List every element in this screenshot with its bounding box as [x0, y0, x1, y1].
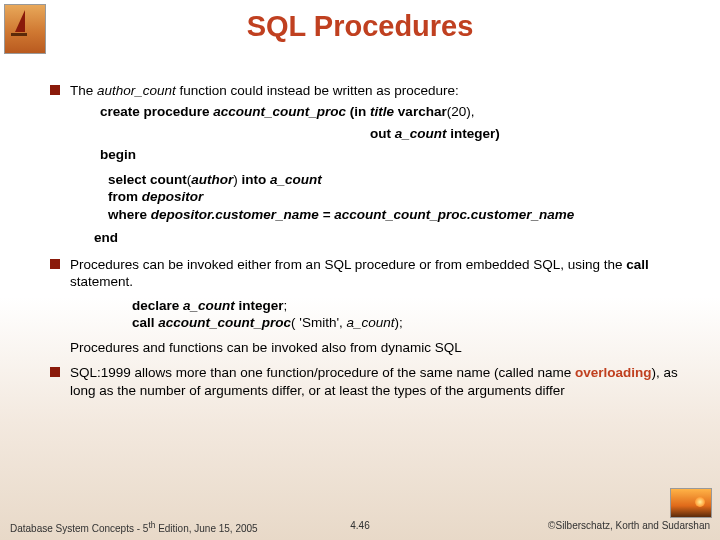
- b2-declare-line: declare a_count integer;: [132, 297, 700, 314]
- kw-call: call: [132, 315, 158, 330]
- rparen: ): [233, 172, 241, 187]
- kw-into: into: [242, 172, 271, 187]
- call-args-close: );: [395, 315, 403, 330]
- param-title: title: [370, 104, 398, 119]
- b2-call-line: call account_count_proc( 'Smith', a_coun…: [132, 314, 700, 331]
- b1-intro-post: function could instead be written as pro…: [176, 83, 459, 98]
- b1-from-line: from depositor: [108, 188, 700, 205]
- slide-title: SQL Procedures: [0, 0, 720, 43]
- kw-call-inline: call: [626, 257, 649, 272]
- b1-where-line: where depositor.customer_name = account_…: [108, 206, 700, 223]
- kw-integer2: integer: [239, 298, 284, 313]
- paren-20: (20),: [447, 104, 475, 119]
- where-expr: depositor.customer_name = account_count_…: [151, 207, 575, 222]
- kw-declare: declare: [132, 298, 183, 313]
- call-arg-var: a_count: [346, 315, 394, 330]
- logo-sunset: [670, 488, 712, 518]
- bullet-1: The author_count function could instead …: [50, 82, 700, 246]
- call-proc-name: account_count_proc: [158, 315, 291, 330]
- b1-func-name: author_count: [97, 83, 176, 98]
- footer-right: ©Silberschatz, Korth and Sudarshan: [548, 520, 710, 534]
- b2-text-1c: statement.: [70, 274, 133, 289]
- col-author: author: [191, 172, 233, 187]
- kw-where: where: [108, 207, 151, 222]
- b2-text-2: Procedures and functions can be invoked …: [70, 339, 700, 356]
- b3-text-1: SQL:1999 allows more than one function/p…: [70, 365, 575, 380]
- tbl-depositor: depositor: [142, 189, 204, 204]
- bullet-3: SQL:1999 allows more than one function/p…: [50, 364, 700, 399]
- footer-left-a: Database System Concepts - 5: [10, 523, 148, 534]
- b1-select-line: select count(author) into a_count: [108, 171, 700, 188]
- bullet-2: Procedures can be invoked either from an…: [50, 256, 700, 356]
- b1-intro-pre: The: [70, 83, 97, 98]
- proc-name: account_count_proc: [213, 104, 350, 119]
- kw-in: (in: [350, 104, 370, 119]
- var-acount: a_count: [270, 172, 322, 187]
- kw-create-procedure: create procedure: [100, 104, 213, 119]
- call-args-open: ( 'Smith',: [291, 315, 346, 330]
- param-acount: a_count: [395, 126, 451, 141]
- footer-left: Database System Concepts - 5th Edition, …: [10, 520, 258, 534]
- decl-var: a_count: [183, 298, 239, 313]
- kw-from: from: [108, 189, 142, 204]
- kw-out: out: [370, 126, 395, 141]
- kw-integer: integer): [450, 126, 500, 141]
- kw-begin: begin: [100, 146, 700, 163]
- semicolon: ;: [284, 298, 288, 313]
- b2-text-1: Procedures can be invoked either from an…: [70, 257, 626, 272]
- logo-sailboat: [4, 4, 46, 54]
- kw-varchar: varchar: [398, 104, 447, 119]
- footer: Database System Concepts - 5th Edition, …: [0, 520, 720, 534]
- b1-code-line1: create procedure account_count_proc (in …: [100, 103, 700, 120]
- footer-left-b: Edition, June 15, 2005: [155, 523, 257, 534]
- slide-body: The author_count function could instead …: [50, 82, 700, 407]
- term-overloading: overloading: [575, 365, 652, 380]
- kw-end: end: [94, 229, 700, 246]
- b1-code-line2: out a_count integer): [370, 125, 700, 142]
- footer-page-number: 4.46: [350, 520, 369, 531]
- kw-select-count: select count: [108, 172, 187, 187]
